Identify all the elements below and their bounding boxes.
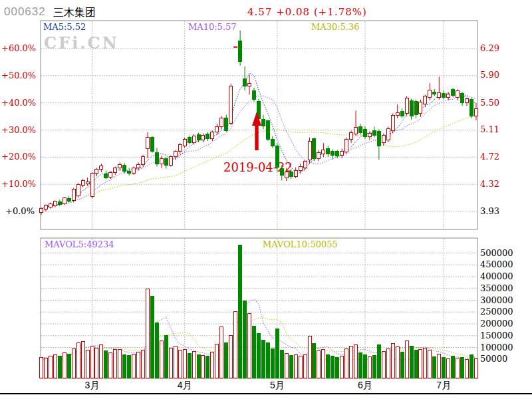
left-axis-tick: +50.0% [1,70,35,80]
volume-bar [118,349,122,378]
right-axis-tick: 5.90 [480,70,499,80]
candle-body [452,89,455,95]
candle-body [253,90,256,100]
candle-body [215,126,219,132]
candle-body [86,182,89,184]
x-axis-month-label: 5月 [263,380,292,392]
candle-body [294,171,297,176]
volume-bar [229,335,233,378]
candle-body [211,132,214,139]
volume-bar [470,355,473,378]
candle-body [299,166,302,170]
right-axis-tick: 4.72 [480,152,499,162]
candle-body [67,198,70,201]
candle-body [340,152,344,156]
volume-bar [220,327,223,378]
volume-bar [350,346,353,378]
candle-body [470,100,473,116]
candle-body [192,136,196,142]
right-axis-tick: 4.32 [480,179,499,189]
candle-body [275,146,279,167]
candle-body [289,172,293,176]
candle-body [123,165,126,171]
volume-axis-tick: 200000 [480,319,513,329]
candle-body [461,93,464,103]
candle-body [363,129,366,136]
mavol5-label: MAVOL5:49234 [45,239,114,249]
candle-body [350,133,353,140]
candle-body [239,41,242,61]
volume-bar [382,352,385,378]
volume-bar [174,346,177,378]
candle-body [331,152,334,156]
candle-body [81,180,84,185]
volume-bar [327,354,330,378]
left-axis-tick: +0.0% [1,206,35,216]
volume-bar [322,349,325,378]
cfi-stock-chart-page: 000632 三木集团 4.57 +0.08 (+1.78%) CFi.CN 2… [0,0,532,399]
candle-body [386,128,390,140]
volume-bar [239,245,242,378]
candle-body [271,140,274,146]
volume-bar [466,360,469,378]
volume-bar [169,348,172,378]
candle-body [377,131,380,146]
volume-bar [104,350,108,378]
volume-bar [155,323,158,378]
volume-bar [188,353,191,378]
volume-bar [225,342,228,378]
volume-bar [266,342,269,378]
volume-bar [49,356,52,378]
volume-bar [447,359,450,378]
volume-bar [197,354,200,378]
candle-body [53,201,57,205]
candle-body [118,164,122,168]
candle-body [322,150,325,154]
candle-body [225,118,228,131]
candle-body [150,138,154,152]
volume-bar [442,357,446,378]
left-axis-tick: +20.0% [1,152,35,162]
candle-body [128,172,131,174]
volume-bar [44,358,47,378]
volume-bar [128,356,131,378]
volume-bar [178,350,182,378]
volume-bar [340,356,344,378]
volume-bar [317,351,321,378]
volume-axis-tick: 150000 [480,331,513,340]
candle-body [220,118,223,126]
volume-bar [396,347,399,378]
volume-bar [428,350,432,378]
volume-bar [280,350,283,378]
candle-body [359,126,362,132]
candle-body [442,93,446,97]
volume-bar [289,356,293,378]
volume-bar [95,348,98,378]
volume-axis-tick: 100000 [480,342,513,352]
candle-body [266,121,269,140]
volume-bar [206,356,209,378]
candle-body [405,98,408,114]
candle-body [164,158,168,165]
candle-body [372,130,376,135]
candle-body [327,148,330,154]
candle-body [109,173,112,177]
volume-bar [261,340,265,378]
candle-body [303,161,307,168]
right-axis-tick: 5.50 [480,98,499,108]
volume-bar [313,343,316,378]
candle-body [354,127,358,134]
candle-body [368,134,371,137]
volume-bar [67,354,70,378]
candle-body [146,138,150,149]
x-axis-month-label: 4月 [170,380,200,392]
candle-body [396,112,399,115]
candle-body [201,136,205,140]
candle-body [280,169,283,176]
x-axis-month-label: 7月 [429,380,458,392]
candle-body [229,86,233,123]
candle-body [285,172,288,178]
volume-bar [438,354,441,378]
candle-body [414,102,418,115]
candle-body [424,96,427,104]
